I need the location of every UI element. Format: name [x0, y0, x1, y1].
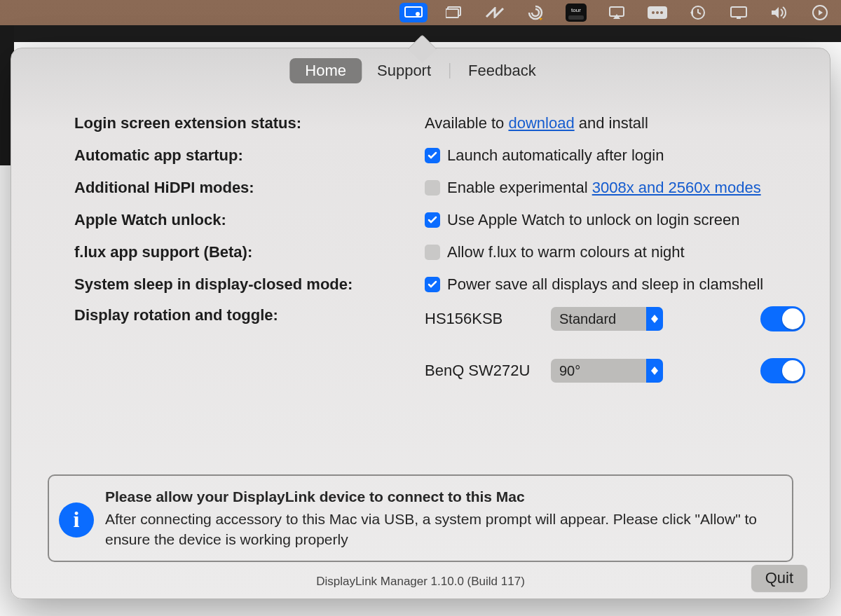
info-box: i Please allow your DisplayLink device t…	[48, 474, 793, 562]
tab-separator	[449, 63, 450, 78]
rotation-value-0: Standard	[559, 311, 616, 327]
svg-rect-7	[568, 15, 584, 20]
label-apple-watch: Apple Watch unlock:	[74, 211, 425, 229]
text-flux: Allow f.lux to warm colours at night	[447, 243, 685, 261]
display-name-0: HS156KSB	[425, 310, 551, 328]
svg-point-13	[660, 11, 663, 14]
row-system-sleep: System sleep in display-closed mode: Pow…	[74, 274, 805, 295]
more-menubar-icon[interactable]	[643, 3, 671, 22]
download-link[interactable]: download	[508, 114, 574, 132]
row-apple-watch: Apple Watch unlock: Use Apple Watch to u…	[74, 210, 805, 231]
display-toggle-0[interactable]	[760, 306, 805, 331]
row-auto-startup: Automatic app startup: Launch automatica…	[74, 145, 805, 166]
svg-point-1	[416, 12, 420, 16]
checkbox-auto-startup[interactable]	[425, 148, 440, 163]
footer: DisplayLink Manager 1.10.0 (Build 117)	[11, 575, 830, 589]
svg-rect-17	[737, 17, 741, 19]
hidpi-modes-link[interactable]: 3008x and 2560x modes	[592, 179, 761, 196]
svg-rect-3	[446, 9, 458, 18]
row-hidpi: Additional HiDPI modes: Enable experimen…	[74, 177, 805, 198]
version-label: DisplayLink Manager 1.10.0 (Build 117)	[316, 575, 525, 589]
text-auto-startup: Launch automatically after login	[447, 146, 664, 165]
checkbox-apple-watch[interactable]	[425, 212, 440, 228]
rotation-value-1: 90°	[559, 363, 580, 379]
info-icon: i	[59, 502, 94, 538]
svg-marker-4	[539, 18, 542, 20]
tab-feedback[interactable]: Feedback	[453, 58, 552, 83]
tab-home[interactable]: Home	[289, 58, 362, 83]
svg-point-12	[656, 11, 659, 14]
svg-marker-20	[819, 10, 823, 15]
play-menubar-icon[interactable]	[806, 3, 834, 22]
display-menubar-icon[interactable]	[725, 3, 753, 22]
label-auto-startup: Automatic app startup:	[74, 146, 425, 165]
label-hidpi: Additional HiDPI modes:	[74, 179, 425, 197]
svg-rect-0	[405, 7, 422, 17]
settings-list: Login screen extension status: Available…	[74, 113, 805, 409]
text-system-sleep: Power save all displays and sleep in cla…	[447, 275, 763, 294]
text-hidpi: Enable experimental 3008x and 2560x mode…	[447, 179, 761, 197]
display-row-1: BenQ SW272U 90°	[425, 358, 805, 383]
label-display-rotation: Display rotation and toggle:	[74, 306, 425, 324]
svg-text:tour: tour	[571, 7, 581, 13]
svg-point-11	[652, 11, 655, 14]
display-toggle-1[interactable]	[760, 358, 805, 383]
timemachine-menubar-icon[interactable]	[684, 3, 712, 22]
screenshot-menubar-icon[interactable]	[440, 3, 468, 22]
display-row-0: HS156KSB Standard	[425, 306, 805, 331]
svg-rect-16	[731, 7, 746, 17]
label-login-extension: Login screen extension status:	[74, 114, 425, 132]
label-system-sleep: System sleep in display-closed mode:	[74, 275, 425, 294]
rotation-select-0[interactable]: Standard	[551, 307, 663, 331]
displaylink-popover: Home Support Feedback Login screen exten…	[11, 48, 830, 599]
info-title: Please allow your DisplayLink device to …	[105, 487, 778, 507]
quit-button[interactable]: Quit	[751, 565, 807, 591]
airplay-menubar-icon[interactable]	[603, 3, 631, 22]
svg-marker-24	[651, 371, 658, 375]
text-apple-watch: Use Apple Watch to unlock on login scree…	[447, 211, 739, 229]
checkbox-flux[interactable]	[425, 245, 440, 260]
tourbox-menubar-icon[interactable]: tour	[562, 3, 590, 22]
svg-marker-18	[772, 7, 779, 18]
volume-menubar-icon[interactable]	[765, 3, 793, 22]
login-extension-status: Available to download and install	[425, 114, 648, 132]
spiral-menubar-icon[interactable]	[521, 3, 549, 22]
display-name-1: BenQ SW272U	[425, 362, 551, 380]
select-stepper-icon	[646, 307, 663, 331]
tab-support[interactable]: Support	[362, 58, 446, 83]
row-display-rotation: Display rotation and toggle: HS156KSB St…	[74, 306, 805, 397]
macos-menubar: tour	[0, 0, 841, 25]
checkbox-system-sleep[interactable]	[425, 277, 440, 292]
svg-marker-22	[651, 319, 658, 323]
arrow-menubar-icon[interactable]	[481, 3, 509, 22]
row-flux: f.lux app support (Beta): Allow f.lux to…	[74, 242, 805, 263]
checkbox-hidpi[interactable]	[425, 180, 440, 196]
tab-bar: Home Support Feedback	[289, 58, 551, 83]
label-flux: f.lux app support (Beta):	[74, 243, 425, 261]
displaylink-menubar-icon[interactable]	[399, 3, 428, 22]
rotation-select-1[interactable]: 90°	[551, 359, 663, 383]
info-body: After connecting accessory to this Mac v…	[105, 509, 778, 549]
select-stepper-icon	[646, 359, 663, 383]
row-login-extension: Login screen extension status: Available…	[74, 113, 805, 134]
